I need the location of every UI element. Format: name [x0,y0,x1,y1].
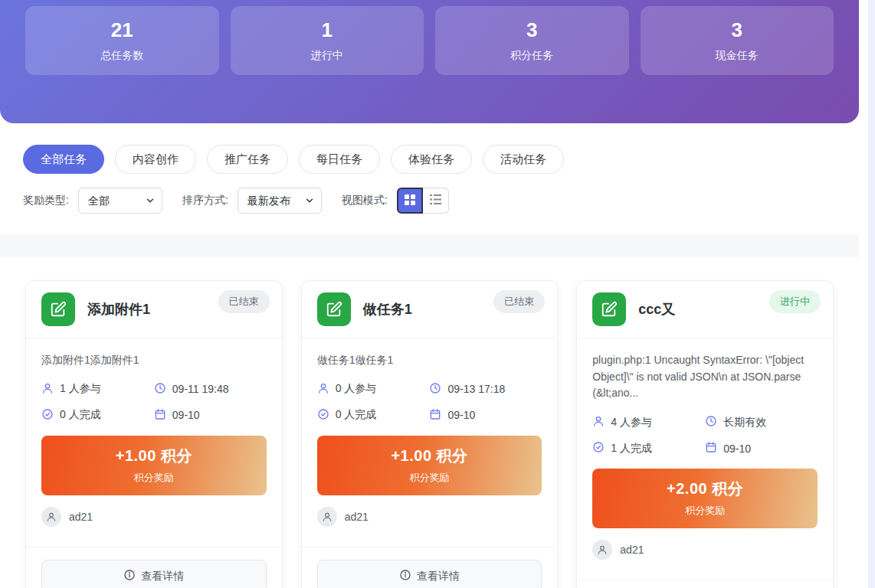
page: 21 总任务数 1 进行中 3 积分任务 3 现金任务 全部任务 内容创作 推广… [0,0,859,588]
status-badge: 已结束 [493,290,545,313]
tab-content-creation[interactable]: 内容创作 [115,145,196,174]
task-description: 添加附件1添加附件1 [26,338,282,369]
tab-daily[interactable]: 每日任务 [299,145,380,174]
participants-stat: 0 人参与 [317,382,430,397]
task-title: ccc又 [638,300,675,318]
reward-type-select[interactable]: 全部 [78,188,162,214]
list-view-button[interactable] [423,188,449,214]
task-description: plugin.php:1 Uncaught SyntaxError: \"[ob… [577,338,833,402]
edit-icon [317,292,351,326]
task-card: 已结束 添加附件1 添加附件1添加附件1 1 人参与 09-11 19:48 [25,280,283,588]
view-mode-label: 视图模式: [342,194,388,207]
date-text: 09-10 [172,409,200,421]
task-stats: 1 人参与 09-11 19:48 0 人完成 09-10 [26,369,282,423]
card-footer: 查看详情 [26,547,282,588]
completed-text: 0 人完成 [336,408,377,422]
reward-amount: +1.00 积分 [317,446,542,466]
publisher-name: ad21 [620,544,644,556]
date-stat: 09-10 [429,408,542,423]
clock-icon [705,415,717,430]
task-description: 做任务1做任务1 [302,338,558,369]
view-mode-toggle [397,188,449,214]
date-text: 09-10 [447,409,475,421]
scrollbar-track[interactable] [868,0,875,588]
grid-view-button[interactable] [397,188,423,214]
participants-text: 4 人参与 [611,416,652,430]
task-title: 做任务1 [363,300,412,318]
time-text: 09-11 19:48 [172,383,229,395]
participants-stat: 1 人参与 [41,382,154,397]
calendar-icon [705,441,717,456]
person-icon [41,382,54,397]
task-stats: 4 人参与 长期有效 1 人完成 09-10 [577,402,833,456]
stat-label: 积分任务 [510,49,553,63]
date-stat: 09-10 [705,441,818,456]
list-view-icon [430,194,441,207]
reward-banner: +1.00 积分 积分奖励 [317,436,542,495]
stat-value: 3 [526,18,537,42]
clock-icon [429,382,441,397]
stat-value: 21 [111,18,133,42]
time-stat: 长期有效 [705,415,818,430]
grid-view-icon [405,194,415,207]
tab-experience[interactable]: 体验任务 [391,145,472,174]
clock-icon [154,382,166,397]
view-details-button[interactable]: 查看详情 [317,560,542,588]
avatar [592,540,612,560]
card-footer: 查看详情 [302,547,558,588]
task-card-grid: 已结束 添加附件1 添加附件1添加附件1 1 人参与 09-11 19:48 [0,257,859,588]
task-card: 已结束 做任务1 做任务1做任务1 0 人参与 09-13 17:18 [301,280,559,588]
participants-text: 0 人参与 [336,382,377,396]
completed-stat: 1 人完成 [592,441,705,456]
avatar [317,507,337,527]
date-text: 09-10 [723,443,751,455]
sort-select[interactable]: 最新发布 [238,188,322,214]
publisher-row: ad21 [577,528,833,580]
stat-cash-tasks: 3 现金任务 [641,6,834,75]
check-circle-icon [317,408,329,423]
reward-label: 积分奖励 [41,471,267,485]
calendar-icon [429,408,441,423]
sort-select-wrap: 最新发布 [238,188,322,214]
status-badge: 已结束 [218,290,270,313]
tab-activity[interactable]: 活动任务 [483,145,564,174]
stats-row: 21 总任务数 1 进行中 3 积分任务 3 现金任务 [0,0,859,75]
info-icon [123,569,136,583]
reward-amount: +1.00 积分 [41,446,267,466]
participants-text: 1 人参与 [60,382,101,396]
time-text: 长期有效 [723,416,766,430]
calendar-icon [154,408,166,423]
time-text: 09-13 17:18 [447,383,505,395]
stat-label: 现金任务 [716,49,759,63]
task-card: 进行中 ccc又 plugin.php:1 Uncaught SyntaxErr… [576,280,834,588]
publisher-name: ad21 [69,511,93,523]
completed-stat: 0 人完成 [317,408,430,423]
view-details-label: 查看详情 [417,570,460,583]
publisher-row: ad21 [26,495,282,547]
stat-value: 1 [322,18,333,42]
view-details-button[interactable]: 查看详情 [41,560,267,588]
person-icon [317,382,329,397]
category-tabs: 全部任务 内容创作 推广任务 每日任务 体验任务 活动任务 [23,145,836,174]
publisher-row: ad21 [302,495,558,547]
status-badge: 进行中 [769,290,821,313]
edit-icon [592,292,626,326]
tab-promotion[interactable]: 推广任务 [207,145,288,174]
reward-label: 积分奖励 [592,504,818,518]
stat-in-progress: 1 进行中 [231,6,424,75]
stat-total-tasks: 21 总任务数 [25,6,219,75]
tab-all-tasks[interactable]: 全部任务 [23,145,104,174]
filter-section: 全部任务 内容创作 推广任务 每日任务 体验任务 活动任务 奖励类型: 全部 排… [0,123,859,234]
task-stats: 0 人参与 09-13 17:18 0 人完成 09-10 [302,369,558,423]
person-icon [592,415,605,430]
reward-banner: +1.00 积分 积分奖励 [41,436,267,495]
reward-type-label: 奖励类型: [23,194,69,207]
check-circle-icon [592,441,605,456]
stat-label: 总任务数 [100,49,143,63]
stat-label: 进行中 [311,49,343,63]
edit-icon [41,292,75,326]
info-icon [399,569,411,583]
date-stat: 09-10 [154,408,267,423]
reward-amount: +2.00 积分 [592,479,818,499]
completed-text: 0 人完成 [60,408,101,422]
